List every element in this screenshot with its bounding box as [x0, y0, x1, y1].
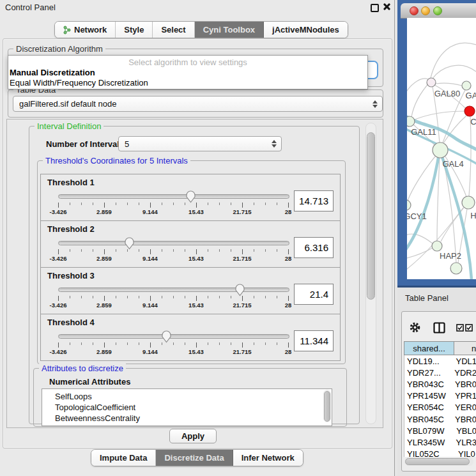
threshold-list: Threshold 1-3.4262.8599.14415.4321.71528… — [40, 174, 341, 361]
dropdown-hint: Select algorithm to view settings — [8, 57, 367, 68]
split-table-icon[interactable] — [433, 322, 445, 334]
network-edge[interactable] — [407, 79, 428, 95]
slider-thumb-icon[interactable] — [234, 283, 245, 296]
network-edge[interactable] — [436, 83, 462, 86]
network-node[interactable] — [464, 106, 475, 116]
network-node[interactable] — [462, 196, 475, 209]
table-row[interactable]: YBL079WYBL0 — [404, 425, 476, 436]
tab-discretize-data[interactable]: Discretize Data — [156, 450, 233, 466]
network-node[interactable] — [432, 241, 442, 251]
float-panel-icon[interactable] — [371, 4, 379, 12]
tick-mark — [277, 342, 277, 345]
tick-mark — [208, 249, 208, 252]
tick-label: 28 — [285, 255, 292, 262]
threshold-slider-track[interactable] — [58, 194, 289, 199]
checkbox-checked-icon[interactable] — [465, 324, 473, 332]
tick-label: 9.144 — [142, 208, 158, 215]
vertical-scrollbar[interactable] — [365, 123, 376, 424]
tick-mark — [70, 296, 70, 298]
checkbox-checked-icon[interactable] — [456, 324, 464, 332]
network-edge[interactable] — [437, 158, 440, 241]
tick-mark — [116, 296, 116, 298]
tick-mark — [242, 342, 243, 348]
network-node[interactable] — [407, 116, 415, 127]
network-edge[interactable] — [433, 65, 476, 79]
table-header: shared...na — [404, 341, 476, 355]
network-edge[interactable] — [443, 157, 456, 263]
tab-style[interactable]: Style — [116, 22, 153, 38]
column-header-name[interactable]: na — [454, 341, 476, 355]
algorithm-option[interactable]: Equal Width/Frequency Discretization — [8, 78, 367, 88]
threshold-value-field[interactable]: 21.4 — [294, 284, 334, 305]
tab-network[interactable]: Network — [55, 22, 116, 38]
table-data-select[interactable]: galFiltered.sif default node — [13, 96, 383, 112]
tick-label: 9.144 — [142, 302, 158, 309]
column-header-shared-name[interactable]: shared... — [404, 341, 454, 355]
vertical-scrollbar[interactable] — [323, 390, 331, 422]
list-item[interactable]: BetweennessCentrality — [42, 413, 332, 424]
slider-thumb-icon[interactable] — [185, 190, 196, 203]
node-label: GAL4 — [442, 159, 463, 169]
tab-jactivemnodules[interactable]: jActiveMNodules — [264, 22, 348, 38]
table-row[interactable]: YER054CYER0 — [404, 402, 476, 413]
table-row[interactable]: YPR145WYPR1 — [404, 390, 476, 402]
table-row[interactable]: YDR27...YDR2 — [404, 367, 476, 378]
tick-mark — [58, 342, 59, 348]
slider-thumb-icon[interactable] — [161, 330, 172, 343]
threshold-slider-track[interactable] — [58, 241, 289, 245]
network-node[interactable] — [407, 200, 411, 210]
network-node[interactable] — [450, 263, 462, 274]
network-canvas[interactable]: GAL80GACGAL11GAL4GCY1HHAP2 — [407, 18, 476, 279]
scrollbar-thumb[interactable] — [324, 391, 330, 422]
scrollbar-thumb[interactable] — [405, 458, 470, 465]
tick-mark — [277, 203, 277, 205]
network-node[interactable] — [433, 142, 448, 158]
tick-mark — [127, 342, 128, 345]
tab-cyni-toolbox[interactable]: Cyni Toolbox — [195, 22, 264, 38]
tab-label: Discretize Data — [164, 453, 224, 463]
table-row[interactable]: YLR345WYLR3 — [404, 436, 476, 448]
network-edge[interactable] — [469, 116, 471, 196]
tick-mark — [104, 296, 105, 301]
tab-impute-data[interactable]: Impute Data — [91, 450, 156, 466]
tab-infer-network[interactable]: Infer Network — [233, 450, 303, 466]
threshold-value-field[interactable]: 14.713 — [294, 190, 334, 211]
list-item[interactable]: TopologicalCoefficient — [42, 402, 332, 413]
threshold-slider-track[interactable] — [58, 288, 289, 292]
tick-mark — [288, 296, 289, 301]
threshold-value-field[interactable]: 6.316 — [294, 237, 334, 258]
numerical-attributes-list[interactable]: SelfLoopsTopologicalCoefficientBetweenne… — [42, 388, 332, 426]
tab-select[interactable]: Select — [153, 22, 194, 38]
network-edge[interactable] — [411, 82, 430, 117]
horizontal-scrollbar[interactable] — [404, 457, 473, 466]
apply-button[interactable]: Apply — [169, 429, 217, 443]
group-title: Discretization Algorithm — [13, 44, 105, 54]
minimize-window-icon[interactable] — [421, 6, 430, 15]
tab-label: Style — [124, 25, 144, 35]
network-node[interactable] — [462, 81, 471, 90]
stepper-arrows-icon — [272, 140, 277, 148]
close-window-icon[interactable] — [410, 6, 418, 15]
network-node[interactable] — [427, 78, 436, 87]
gear-icon[interactable] — [409, 321, 421, 334]
threshold-slider-track[interactable] — [58, 334, 289, 339]
slider-thumb-icon[interactable] — [124, 236, 135, 250]
network-edge[interactable] — [415, 111, 464, 119]
node-label: GCY1 — [407, 211, 427, 221]
algorithm-option[interactable]: Manual Discretization — [8, 68, 367, 78]
table-row[interactable]: YBR045CYBR0 — [404, 413, 476, 425]
scrollbar-thumb[interactable] — [367, 132, 375, 300]
number-of-intervals-select[interactable]: 5 — [118, 136, 282, 151]
table-row[interactable]: YIL052CYIL0 — [404, 449, 476, 457]
table-row[interactable]: YBR043CYBR0 — [404, 378, 476, 390]
tick-mark — [288, 342, 289, 348]
zoom-window-icon[interactable] — [433, 6, 442, 15]
threshold-value-field[interactable]: 11.344 — [294, 330, 334, 351]
list-item[interactable]: SelfLoops — [42, 391, 332, 402]
close-panel-icon[interactable] — [383, 3, 391, 11]
tick-mark — [288, 249, 289, 254]
tick-label: 2.859 — [96, 348, 112, 355]
table-row[interactable]: YDL19...YDL1 — [404, 355, 476, 367]
tick-mark — [139, 342, 139, 345]
network-window-titlebar[interactable] — [401, 3, 476, 19]
